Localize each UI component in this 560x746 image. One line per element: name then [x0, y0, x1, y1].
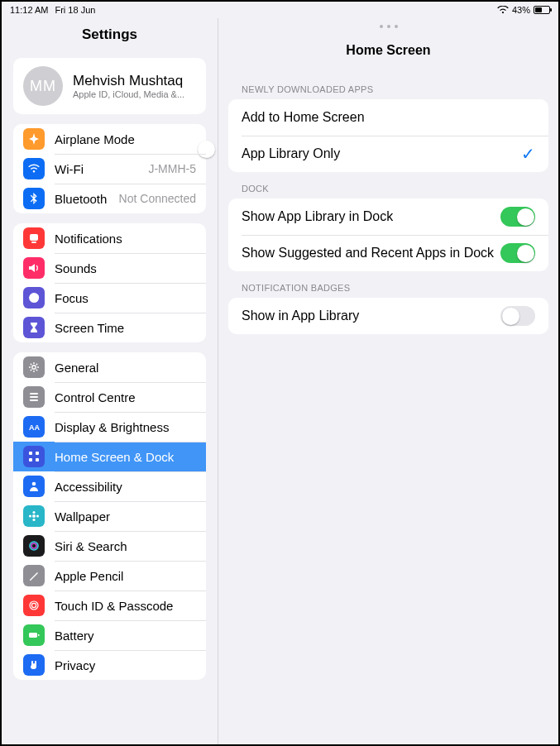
sidebar-item-apple-pencil[interactable]: Apple Pencil — [13, 561, 206, 591]
battery-icon — [534, 6, 550, 14]
moon-icon — [23, 287, 45, 308]
grid-icon — [23, 446, 45, 467]
sidebar-item-focus[interactable]: Focus — [13, 283, 206, 313]
sidebar-item-battery[interactable]: Battery — [13, 620, 206, 650]
letters-icon — [23, 416, 45, 438]
battery-pct: 43% — [512, 5, 530, 15]
sidebar-item-sounds[interactable]: Sounds — [13, 253, 206, 283]
wifi-icon — [23, 158, 45, 179]
avatar: MM — [23, 66, 63, 106]
row-label: Sounds — [55, 261, 97, 275]
row-label: Focus — [55, 291, 89, 305]
airplane-icon — [23, 128, 45, 150]
profile-card[interactable]: MM Mehvish Mushtaq Apple ID, iCloud, Med… — [13, 58, 206, 114]
flower-icon — [23, 505, 45, 527]
row-label: General — [55, 361, 98, 375]
row-label: Notifications — [55, 232, 122, 246]
hand-icon — [23, 654, 45, 676]
status-date: Fri 18 Jun — [55, 5, 95, 15]
hourglass-icon — [23, 317, 45, 338]
setting-label: Show Suggested and Recent Apps in Dock — [242, 246, 494, 261]
row-label: Accessibility — [55, 480, 122, 494]
sidebar-item-bluetooth[interactable]: BluetoothNot Connected — [13, 184, 206, 213]
content-title: Home Screen — [218, 35, 558, 73]
sidebar-item-wallpaper[interactable]: Wallpaper — [13, 501, 206, 531]
person-icon — [23, 476, 45, 497]
finger-icon — [23, 595, 45, 616]
group-header: NEWLY DOWNLOADED APPS — [218, 73, 558, 99]
setting-label: Show in App Library — [242, 308, 359, 323]
sidebar-item-accessibility[interactable]: Accessibility — [13, 471, 206, 501]
row-label: Screen Time — [55, 321, 124, 335]
row-label: Apple Pencil — [55, 569, 123, 583]
sliders-icon — [23, 386, 45, 408]
row-label: Bluetooth — [55, 192, 107, 206]
sidebar-item-wi-fi[interactable]: Wi-FiJ-MMH-5 — [13, 154, 206, 184]
speaker-icon — [23, 257, 45, 279]
group-header: DOCK — [218, 172, 558, 198]
row-label: Wi-Fi — [55, 162, 84, 176]
profile-name: Mehvish Mushtaq — [73, 73, 184, 89]
sidebar-item-control-centre[interactable]: Control Centre — [13, 382, 206, 412]
row-label: Wallpaper — [55, 509, 110, 524]
row-label: Home Screen & Dock — [55, 450, 174, 464]
bell-icon — [23, 227, 45, 249]
row-label: Siri & Search — [55, 539, 127, 553]
sidebar-item-home-screen-dock[interactable]: Home Screen & Dock — [13, 442, 206, 471]
checkmark-icon: ✓ — [521, 144, 535, 164]
setting-row-add-to-home-screen[interactable]: Add to Home Screen — [228, 99, 548, 136]
row-trail: J-MMH-5 — [148, 162, 196, 175]
setting-label: Add to Home Screen — [242, 110, 365, 125]
setting-label: Show App Library in Dock — [242, 209, 393, 224]
sidebar-item-airplane-mode[interactable]: Airplane Mode — [13, 124, 206, 154]
row-label: Privacy — [55, 658, 95, 672]
sidebar-item-touch-id-passcode[interactable]: Touch ID & Passcode — [13, 591, 206, 620]
toggle[interactable] — [500, 243, 535, 263]
sidebar-item-screen-time[interactable]: Screen Time — [13, 313, 206, 342]
setting-row-show-suggested-and-recent-apps-in-dock[interactable]: Show Suggested and Recent Apps in Dock — [228, 235, 548, 271]
toggle[interactable] — [500, 306, 535, 326]
status-bar: 11:12 AM Fri 18 Jun 43% — [2, 2, 558, 18]
pencil-icon — [23, 565, 45, 586]
sidebar-title: Settings — [2, 18, 218, 53]
multitask-dots[interactable] — [218, 18, 558, 35]
settings-sidebar: Settings MM Mehvish Mushtaq Apple ID, iC… — [2, 18, 218, 744]
profile-sub: Apple ID, iCloud, Media &... — [73, 89, 184, 99]
row-label: Touch ID & Passcode — [55, 599, 173, 613]
row-trail: Not Connected — [119, 192, 196, 205]
row-label: Battery — [55, 629, 94, 643]
content-pane: Home Screen NEWLY DOWNLOADED APPSAdd to … — [218, 18, 558, 744]
row-label: Airplane Mode — [55, 132, 135, 146]
wifi-icon — [497, 6, 509, 14]
sidebar-item-privacy[interactable]: Privacy — [13, 650, 206, 680]
setting-row-show-app-library-in-dock[interactable]: Show App Library in Dock — [228, 198, 548, 235]
setting-row-app-library-only[interactable]: App Library Only✓ — [228, 136, 548, 172]
gear-icon — [23, 356, 45, 378]
bluetooth-icon — [23, 188, 45, 209]
setting-label: App Library Only — [242, 146, 340, 161]
sidebar-item-notifications[interactable]: Notifications — [13, 223, 206, 253]
row-label: Control Centre — [55, 390, 136, 404]
sidebar-item-general[interactable]: General — [13, 352, 206, 382]
row-label: Display & Brightness — [55, 420, 169, 434]
group-header: NOTIFICATION BADGES — [218, 271, 558, 298]
status-time: 11:12 AM — [10, 5, 48, 15]
siri-icon — [23, 535, 45, 557]
battery-icon — [23, 624, 45, 646]
sidebar-item-display-brightness[interactable]: Display & Brightness — [13, 412, 206, 442]
sidebar-item-siri-search[interactable]: Siri & Search — [13, 531, 206, 561]
setting-row-show-in-app-library[interactable]: Show in App Library — [228, 298, 548, 334]
toggle[interactable] — [500, 207, 535, 227]
